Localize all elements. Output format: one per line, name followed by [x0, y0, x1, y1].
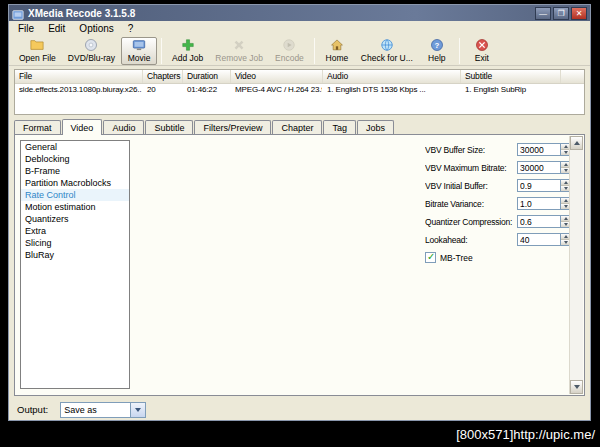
add-icon	[181, 38, 195, 52]
sidebar-item-quantizers[interactable]: Quantizers	[21, 213, 129, 225]
mb-tree-label: MB-Tree	[440, 253, 473, 263]
app-window: XMedia Recode 3.1.5.8 — ❐ ✕ File Edit Op…	[8, 4, 591, 421]
cell-audio: 1. English DTS 1536 Kbps ...	[323, 84, 461, 97]
toolbar-label: Encode	[275, 53, 304, 63]
sidebar-item-b-frame[interactable]: B-Frame	[21, 165, 129, 177]
sidebar-item-bluray[interactable]: BluRay	[21, 249, 129, 261]
column-header-file[interactable]: File	[15, 70, 143, 83]
vbv-initial-buffer-input[interactable]	[518, 180, 560, 191]
scroll-up-icon[interactable]	[570, 136, 583, 150]
check-updates-button[interactable]: Check for U...	[355, 37, 419, 65]
sidebar-item-extra[interactable]: Extra	[21, 225, 129, 237]
toolbar-label: Exit	[475, 53, 489, 63]
encode-icon	[282, 38, 296, 52]
menu-file[interactable]: File	[11, 22, 41, 35]
vbv-maximum-bitrate-input[interactable]	[518, 162, 560, 173]
lookahead-input[interactable]	[518, 234, 560, 245]
toolbar-label: Movie	[128, 53, 151, 63]
category-list: General Deblocking B-Frame Partition Mac…	[20, 140, 130, 389]
tab-chapter[interactable]: Chapter	[272, 120, 322, 134]
field-label: VBV Maximum Bitrate:	[425, 163, 517, 173]
form-field-vbv-buffer-size: VBV Buffer Size:	[425, 143, 575, 156]
exit-icon	[475, 38, 489, 52]
remove-job-button[interactable]: Remove Job	[209, 37, 269, 65]
column-header-chapters[interactable]: Chapters	[143, 70, 183, 83]
maximize-button[interactable]: ❐	[553, 7, 569, 20]
exit-button[interactable]: Exit	[464, 37, 500, 65]
cell-file: side.effects.2013.1080p.bluray.x26...	[15, 84, 143, 97]
cell-duration: 01:46:22	[183, 84, 231, 97]
tab-strip: Format Video Audio Subtitle Filters/Prev…	[14, 119, 585, 134]
output-selected-value: Save as	[61, 405, 130, 415]
close-button[interactable]: ✕	[571, 7, 587, 20]
field-label: Lookahead:	[425, 235, 517, 245]
mb-tree-row: MB-Tree	[425, 252, 575, 263]
dvd-bluray-button[interactable]: DVD/Blu-ray	[62, 37, 121, 65]
form-field-quantizer-compression: Quantizer Compression:	[425, 215, 575, 228]
file-list-header: File Chapters Duration Video Audio Subti…	[15, 70, 584, 84]
form-field-lookahead: Lookahead:	[425, 233, 575, 246]
cell-video: MPEG-4 AVC / H.264 23.9...	[231, 84, 323, 97]
minimize-button[interactable]: —	[535, 7, 551, 20]
vbv-buffer-size-input[interactable]	[518, 144, 560, 155]
column-header-duration[interactable]: Duration	[183, 70, 231, 83]
video-tab-page: General Deblocking B-Frame Partition Mac…	[14, 134, 585, 396]
table-row[interactable]: side.effects.2013.1080p.bluray.x26... 20…	[15, 84, 584, 97]
home-button[interactable]: Home	[319, 37, 355, 65]
lookahead-spinbox	[517, 233, 571, 246]
encode-button[interactable]: Encode	[269, 37, 310, 65]
menu-bar: File Edit Options ?	[9, 21, 590, 36]
vbv-maximum-bitrate-spinbox	[517, 161, 571, 174]
home-icon	[330, 38, 344, 52]
tab-jobs[interactable]: Jobs	[357, 120, 394, 134]
field-label: VBV Initial Buffer:	[425, 181, 517, 191]
sidebar-item-deblocking[interactable]: Deblocking	[21, 153, 129, 165]
chevron-down-icon[interactable]	[130, 403, 145, 417]
watermark-text: [800x571]http://upic.me/	[456, 427, 595, 442]
toolbar-separator	[161, 38, 162, 64]
svg-text:?: ?	[434, 41, 439, 50]
tab-subtitle[interactable]: Subtitle	[145, 120, 193, 134]
toolbar-label: Remove Job	[215, 53, 263, 63]
help-button[interactable]: ? Help	[419, 37, 455, 65]
sidebar-item-motion-estimation[interactable]: Motion estimation	[21, 201, 129, 213]
toolbar-label: Check for U...	[361, 53, 413, 63]
tab-video[interactable]: Video	[62, 119, 103, 135]
bitrate-variance-spinbox	[517, 197, 571, 210]
sidebar-item-general[interactable]: General	[21, 141, 129, 153]
column-header-filler	[561, 70, 584, 83]
tab-format[interactable]: Format	[14, 120, 61, 134]
window-title: XMedia Recode 3.1.5.8	[28, 8, 135, 19]
field-label: VBV Buffer Size:	[425, 145, 517, 155]
column-header-subtitle[interactable]: Subtitle	[461, 70, 561, 83]
field-label: Quantizer Compression:	[425, 217, 517, 227]
menu-edit[interactable]: Edit	[41, 22, 72, 35]
menu-options[interactable]: Options	[72, 22, 120, 35]
output-label: Output:	[17, 404, 48, 415]
vertical-scrollbar[interactable]	[569, 136, 583, 394]
add-job-button[interactable]: Add Job	[166, 37, 209, 65]
tab-tag[interactable]: Tag	[323, 120, 356, 134]
sidebar-item-slicing[interactable]: Slicing	[21, 237, 129, 249]
form-field-vbv-initial-buffer: VBV Initial Buffer:	[425, 179, 575, 192]
column-header-audio[interactable]: Audio	[323, 70, 461, 83]
sidebar-item-partition-macroblocks[interactable]: Partition Macroblocks	[21, 177, 129, 189]
quantizer-compression-input[interactable]	[518, 216, 560, 227]
scroll-down-icon[interactable]	[570, 380, 583, 394]
form-field-vbv-maximum-bitrate: VBV Maximum Bitrate:	[425, 161, 575, 174]
remove-icon	[232, 38, 246, 52]
open-file-button[interactable]: Open File	[13, 37, 62, 65]
mb-tree-checkbox[interactable]	[425, 252, 436, 263]
open-file-icon	[30, 38, 44, 52]
column-header-video[interactable]: Video	[231, 70, 323, 83]
tab-audio[interactable]: Audio	[103, 120, 144, 134]
quantizer-compression-spinbox	[517, 215, 571, 228]
sidebar-item-rate-control[interactable]: Rate Control	[21, 189, 129, 201]
window-controls: — ❐ ✕	[535, 7, 587, 20]
output-combobox[interactable]: Save as	[60, 402, 146, 418]
menu-help[interactable]: ?	[121, 22, 141, 35]
bitrate-variance-input[interactable]	[518, 198, 560, 209]
movie-icon	[132, 38, 146, 52]
tab-filters-preview[interactable]: Filters/Preview	[194, 120, 271, 134]
movie-button[interactable]: Movie	[121, 37, 157, 65]
